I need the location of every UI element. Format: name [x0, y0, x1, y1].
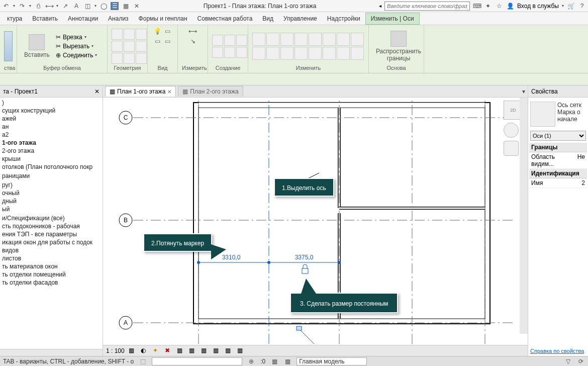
modify-tool-icon[interactable]	[351, 47, 364, 60]
view-tool-icon[interactable]: ▭	[164, 27, 172, 35]
modify-tool-icon[interactable]	[323, 33, 336, 46]
canvas[interactable]: C B A 3310,0 3375,0	[103, 98, 528, 345]
cut2-button[interactable]: ✂Вырезать ▾	[55, 42, 99, 50]
coord-icon[interactable]: ⊕	[247, 357, 255, 365]
text-icon[interactable]: A	[72, 2, 80, 10]
geom-tool-icon[interactable]	[124, 41, 135, 52]
type-selector[interactable]: Оси (1)	[530, 131, 586, 141]
view-tool-icon[interactable]: ▭	[154, 37, 162, 45]
modify-tool-icon[interactable]	[280, 33, 293, 46]
geom-tool-icon[interactable]	[112, 29, 123, 40]
user-icon[interactable]: 👤	[506, 2, 514, 10]
modify-icon[interactable]	[4, 31, 13, 61]
vc-icon[interactable]: ▦	[189, 347, 197, 355]
search-input[interactable]	[384, 2, 470, 11]
geom-tool-icon[interactable]	[112, 53, 123, 64]
properties-help-link[interactable]: Справка по свойства	[528, 346, 588, 356]
modify-tool-icon[interactable]	[266, 33, 279, 46]
close-icon[interactable]: ✕	[94, 88, 100, 95]
view-tab[interactable]: ▦План 2-ого этажа	[178, 86, 243, 97]
vc-icon[interactable]: ▦	[201, 347, 209, 355]
menu-tab[interactable]: ктура	[2, 13, 27, 24]
vc-icon[interactable]: ▦	[177, 347, 185, 355]
circle-icon[interactable]: ◯	[100, 2, 108, 10]
help-icon[interactable]: ?	[578, 2, 586, 10]
geom-tool-icon[interactable]	[136, 53, 147, 64]
measure-icon[interactable]: ⟷	[45, 2, 53, 10]
menu-tab-active[interactable]: Изменить | Оси	[365, 13, 420, 25]
geom-tool-icon[interactable]	[124, 29, 135, 40]
menu-tab[interactable]: Совместная работа	[192, 13, 258, 24]
nav-wheel-icon[interactable]	[504, 123, 519, 138]
redo-icon[interactable]: ↷	[18, 2, 26, 10]
model-icon[interactable]: ▦	[283, 357, 291, 365]
scrollbar-v[interactable]	[520, 98, 528, 334]
menu-tab[interactable]: Надстройки	[322, 13, 365, 24]
prop-row[interactable]: Область видим...Не	[529, 152, 587, 169]
modify-tool-icon[interactable]	[337, 33, 350, 46]
modify-tool-icon[interactable]	[252, 47, 265, 60]
arrow-icon[interactable]: ↗	[61, 2, 69, 10]
modify-tool-icon[interactable]	[337, 47, 350, 60]
vc-icon[interactable]: ▦	[213, 347, 221, 355]
modify-tool-icon[interactable]	[266, 47, 279, 60]
modify-tool-icon[interactable]	[309, 33, 322, 46]
modify-tool-icon[interactable]	[295, 33, 308, 46]
create-tool-icon[interactable]	[224, 47, 235, 58]
menu-tab[interactable]: Формы и генплан	[134, 13, 192, 24]
measure-icon[interactable]: ↘	[189, 37, 197, 45]
close-icon[interactable]: ✕	[167, 89, 171, 95]
login-label[interactable]: Вход в службы	[517, 3, 559, 10]
vc-icon[interactable]: ✖	[165, 347, 173, 355]
vc-icon[interactable]: ◐	[141, 347, 149, 355]
menu-tab[interactable]: Аннотации	[63, 13, 103, 24]
close-view-icon[interactable]: ✕	[133, 2, 141, 10]
list-icon[interactable]: ☰	[111, 2, 119, 10]
modify-tool-icon[interactable]	[351, 33, 364, 46]
cut-button[interactable]: ✂Врезка ▾	[55, 33, 99, 41]
star-icon[interactable]: ☆	[495, 2, 503, 10]
model-selector[interactable]: Главная модель	[297, 357, 367, 365]
measure-icon[interactable]: ⟷	[189, 27, 197, 35]
vc-icon[interactable]: ▦	[237, 347, 245, 355]
vc-icon[interactable]: ▦	[129, 347, 137, 355]
menu-tab[interactable]: Вставить	[27, 13, 63, 24]
print-icon[interactable]: ⎙	[34, 2, 42, 10]
tab-options-icon[interactable]: ▾	[520, 87, 528, 96]
menu-tab[interactable]: Управление	[278, 13, 322, 24]
modify-tool-icon[interactable]	[323, 47, 336, 60]
undo-icon[interactable]: ↶	[2, 2, 10, 10]
geom-tool-icon[interactable]	[136, 41, 147, 52]
modify-tool-icon[interactable]	[280, 47, 293, 60]
cube-icon[interactable]: ◫	[83, 2, 91, 10]
scrollbar-h[interactable]	[0, 349, 103, 356]
create-tool-icon[interactable]	[212, 47, 223, 58]
filter-icon[interactable]: ▽	[564, 357, 572, 365]
project-tree[interactable]: ) сущих конструкций ажей ан а2 1-ого эта…	[0, 98, 103, 349]
menu-tab[interactable]: Вид	[257, 13, 278, 24]
vc-icon[interactable]: ▦	[225, 347, 233, 355]
paste-button[interactable]: Вставить	[21, 33, 53, 59]
view-tool-icon[interactable]: ▭	[164, 37, 172, 45]
modify-tool-icon[interactable]	[309, 47, 322, 60]
keyboard-icon[interactable]: ⌨	[473, 2, 481, 10]
vc-icon[interactable]: ✦	[153, 347, 161, 355]
geom-tool-icon[interactable]	[112, 41, 123, 52]
create-tool-icon[interactable]	[212, 35, 223, 46]
communicate-icon[interactable]: ✦	[484, 2, 492, 10]
geom-tool-icon[interactable]	[136, 29, 147, 40]
modify-tool-icon[interactable]	[295, 47, 308, 60]
nav-pan-icon[interactable]	[504, 141, 519, 156]
propagate-button[interactable]: Распространить границы	[373, 30, 424, 63]
join-button[interactable]: ⊕Соединить ▾	[55, 51, 99, 59]
create-tool-icon[interactable]	[224, 35, 235, 46]
menu-tab[interactable]: Анализ	[103, 13, 134, 24]
tool-icon[interactable]: ▦	[122, 2, 130, 10]
status-combo[interactable]	[152, 357, 242, 365]
modify-tool-icon[interactable]	[252, 33, 265, 46]
zoom-label[interactable]: 1 : 100	[106, 347, 125, 354]
bulb-icon[interactable]: 💡	[154, 27, 162, 35]
sync-icon[interactable]: ⟳	[577, 357, 585, 365]
prop-row[interactable]: Имя2	[529, 178, 587, 188]
geom-tool-icon[interactable]	[124, 53, 135, 64]
